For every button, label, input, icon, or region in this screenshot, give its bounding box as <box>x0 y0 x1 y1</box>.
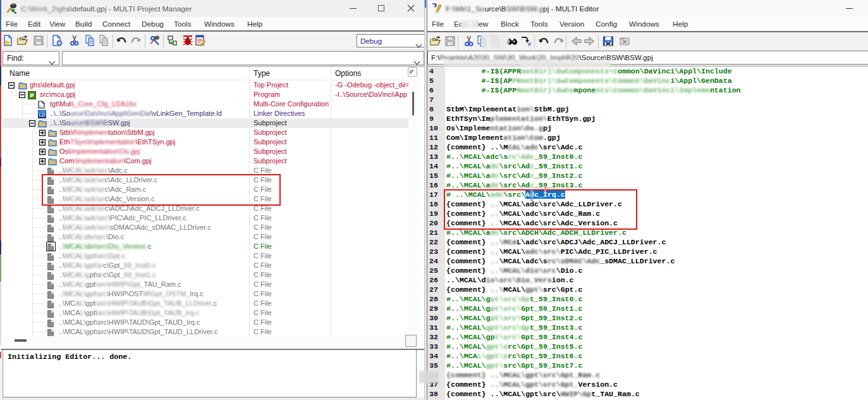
svg-text:P: P <box>30 92 34 99</box>
svg-text:LD: LD <box>39 112 46 118</box>
svg-text:#: # <box>528 41 531 47</box>
